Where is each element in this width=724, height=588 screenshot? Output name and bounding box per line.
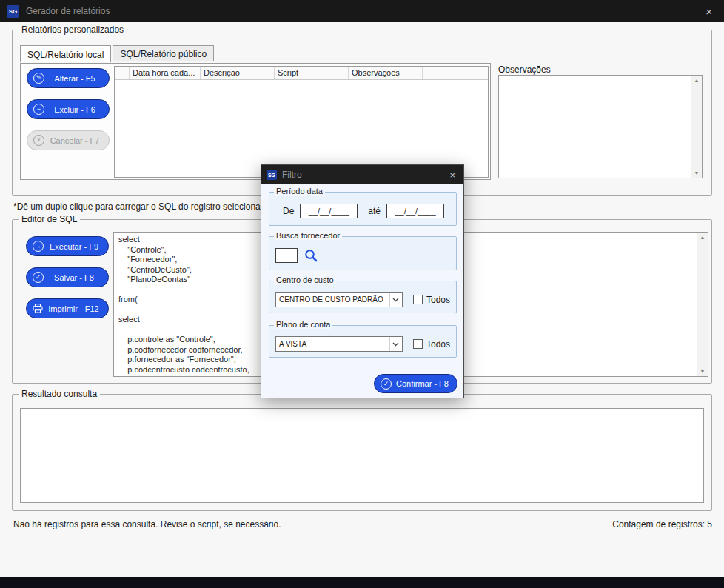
- execute-button-label: Executar - F9: [48, 242, 102, 251]
- filter-dialog-title: Filtro: [282, 170, 302, 180]
- cost-center-section-label: Centro de custo: [274, 275, 336, 284]
- print-button-label: Imprimir - F12: [47, 304, 102, 313]
- delete-button[interactable]: − Excluir - F6: [27, 99, 110, 119]
- header-selector-column: [115, 67, 130, 79]
- filter-dialog-titlebar: SG Filtro ×: [261, 165, 463, 184]
- header-datahora[interactable]: Data hora cada...: [130, 67, 201, 79]
- account-plan-section-label: Plano de conta: [274, 320, 332, 329]
- date-from-label: De: [283, 206, 294, 216]
- pencil-icon: ✎: [33, 73, 44, 84]
- tab-sql-local[interactable]: SQL/Relatório local: [20, 45, 111, 62]
- date-to-label: até: [368, 206, 381, 216]
- status-message: Não há registros para essa consulta. Rev…: [13, 519, 281, 529]
- cost-center-todos-checkbox[interactable]: [413, 295, 423, 304]
- scroll-up-icon[interactable]: ▲: [700, 235, 705, 240]
- supplier-section-label: Busca fornecedor: [274, 231, 342, 240]
- report-tabs: SQL/Relatório local SQL/Relatório públic…: [20, 45, 214, 61]
- minus-icon: −: [33, 104, 44, 115]
- scroll-down-icon[interactable]: ▼: [694, 170, 700, 176]
- observations-textarea[interactable]: ▲ ▼: [498, 75, 703, 178]
- chevron-down-icon[interactable]: [389, 337, 402, 351]
- app-logo-icon: SG: [7, 5, 19, 18]
- account-plan-section: Plano de conta A VISTA Todos: [269, 325, 457, 358]
- bottom-edge: [0, 577, 724, 588]
- print-button[interactable]: Imprimir - F12: [26, 298, 109, 318]
- observations-label: Observações: [498, 64, 551, 75]
- dialog-logo-icon: SG: [267, 170, 277, 180]
- result-group-label: Resultado consulta: [19, 389, 100, 399]
- period-row: De até: [269, 193, 456, 224]
- dialog-close-icon[interactable]: ×: [446, 170, 458, 181]
- confirm-button-label: Confirmar - F8: [396, 379, 451, 388]
- supplier-section: Busca fornecedor: [269, 236, 457, 270]
- account-plan-todos-checkbox[interactable]: [413, 339, 423, 349]
- printer-icon: [33, 304, 43, 313]
- alter-button[interactable]: ✎ Alterar - F5: [27, 68, 110, 88]
- save-button-label: Salvar - F8: [48, 273, 102, 282]
- check-icon: ✓: [381, 378, 392, 390]
- search-icon[interactable]: [304, 248, 318, 263]
- cancel-button[interactable]: × Cancelar - F7: [27, 130, 110, 150]
- account-plan-selected-value: A VISTA: [276, 340, 389, 348]
- record-count: Contagem de registros: 5: [612, 519, 712, 529]
- titlebar: SG Gerador de relatórios ×: [0, 0, 724, 22]
- date-to-input[interactable]: [386, 204, 444, 218]
- header-observacoes[interactable]: Observações: [349, 67, 423, 79]
- date-from-input[interactable]: [300, 204, 358, 218]
- scroll-down-icon[interactable]: ▼: [700, 369, 705, 374]
- cancel-button-label: Cancelar - F7: [49, 136, 103, 145]
- result-group: Resultado consulta: [12, 394, 712, 511]
- observations-scrollbar[interactable]: ▲ ▼: [691, 76, 702, 178]
- account-plan-todos-label: Todos: [426, 339, 450, 350]
- chevron-down-icon[interactable]: [389, 293, 402, 307]
- sql-editor-scrollbar[interactable]: ▲ ▼: [697, 233, 708, 376]
- header-script[interactable]: Script: [275, 67, 349, 79]
- cost-center-select[interactable]: CENTRO DE CUSTO PADRÃO: [275, 292, 403, 307]
- tab-sql-publico[interactable]: SQL/Relatório público: [113, 45, 214, 61]
- filter-dialog: SG Filtro × Período data De até Busca fo…: [261, 164, 464, 398]
- save-button[interactable]: ✓ Salvar - F8: [26, 267, 109, 287]
- app-window: SG Gerador de relatórios × Relatórios pe…: [0, 0, 724, 588]
- result-grid[interactable]: [20, 408, 704, 503]
- supplier-row: [269, 237, 456, 269]
- execute-button[interactable]: → Executar - F9: [26, 236, 109, 256]
- reports-table[interactable]: Data hora cada... Descrição Script Obser…: [114, 66, 489, 178]
- arrow-right-icon: →: [33, 241, 44, 252]
- x-circle-icon: ×: [33, 135, 44, 146]
- cost-center-selected-value: CENTRO DE CUSTO PADRÃO: [276, 295, 389, 304]
- period-section: Período data De até: [269, 192, 457, 226]
- delete-button-label: Excluir - F6: [49, 105, 103, 114]
- custom-reports-group-label: Relatórios personalizados: [19, 24, 127, 35]
- cost-center-todos-label: Todos: [426, 295, 450, 305]
- confirm-button[interactable]: ✓ Confirmar - F8: [374, 374, 457, 393]
- period-section-label: Período data: [274, 187, 325, 196]
- cost-center-row: CENTRO DE CUSTO PADRÃO Todos: [269, 281, 456, 313]
- close-icon[interactable]: ×: [700, 5, 717, 18]
- double-click-hint: *Dê um duplo clique para carregar o SQL …: [13, 201, 270, 212]
- check-icon: ✓: [33, 272, 44, 283]
- header-descricao[interactable]: Descrição: [201, 67, 275, 79]
- cost-center-section: Centro de custo CENTRO DE CUSTO PADRÃO T…: [269, 281, 457, 313]
- account-plan-row: A VISTA Todos: [269, 326, 456, 358]
- window-title: Gerador de relatórios: [26, 6, 110, 16]
- account-plan-select[interactable]: A VISTA: [275, 336, 403, 352]
- reports-table-header: Data hora cada... Descrição Script Obser…: [115, 67, 488, 80]
- scroll-up-icon[interactable]: ▲: [694, 78, 700, 83]
- sql-editor-group-label: Editor de SQL: [19, 214, 80, 224]
- report-tab-panel: ✎ Alterar - F5 − Excluir - F6 × Cancelar…: [20, 63, 491, 180]
- alter-button-label: Alterar - F5: [49, 74, 103, 83]
- supplier-code-input[interactable]: [275, 248, 298, 263]
